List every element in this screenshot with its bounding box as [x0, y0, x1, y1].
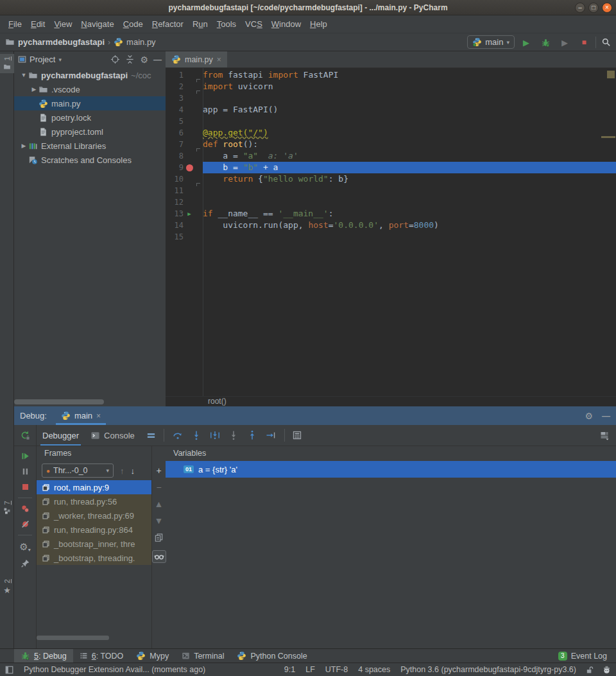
- menu-navigate[interactable]: Navigate: [76, 17, 118, 31]
- scrollbar-warning-mark[interactable]: [601, 136, 615, 138]
- tool-window-button-pythonconsole[interactable]: Python Console: [230, 649, 313, 663]
- tree-item-poetry-lock[interactable]: poetry.lock: [14, 110, 166, 125]
- gutter-line-5[interactable]: 5: [166, 116, 203, 127]
- event-log-button[interactable]: 3 Event Log: [558, 649, 616, 663]
- tool-window-button-terminal[interactable]: Terminal: [175, 649, 230, 663]
- locate-icon[interactable]: [110, 55, 120, 64]
- gutter-line-3[interactable]: 3: [166, 92, 203, 104]
- code-line-10[interactable]: 10 return {"hello world": b}: [166, 173, 616, 185]
- tree-item-pyproject-toml[interactable]: pyproject.toml: [14, 125, 166, 139]
- code-line-14[interactable]: 14 uvicorn.run(app, host='0.0.0.0', port…: [166, 220, 616, 231]
- tool-window-toggle-icon[interactable]: [5, 666, 13, 674]
- breadcrumb-item[interactable]: main.py: [126, 37, 156, 47]
- lock-icon[interactable]: [585, 666, 594, 674]
- tree-item-main-py[interactable]: main.py: [14, 96, 166, 110]
- frames-horizontal-scrollbar[interactable]: [37, 636, 109, 640]
- breakpoint-icon[interactable]: [186, 164, 193, 171]
- tree-expand-arrow[interactable]: ▶: [30, 86, 38, 92]
- gutter-line-7[interactable]: 7: [166, 139, 203, 150]
- status-message[interactable]: Python Debugger Extension Avail... (mome…: [24, 665, 205, 674]
- pin-icon[interactable]: [21, 559, 30, 568]
- gutter-line-2[interactable]: 2: [166, 81, 203, 92]
- settings-icon[interactable]: ⚙: [585, 411, 593, 421]
- layout-settings-icon[interactable]: [599, 430, 610, 440]
- collapse-all-icon[interactable]: [125, 55, 135, 64]
- frame-row[interactable]: _worker, thread.py:69: [37, 508, 151, 523]
- gutter-line-8[interactable]: 8: [166, 150, 203, 162]
- tree-expand-arrow[interactable]: ▶: [19, 143, 28, 149]
- next-frame-icon[interactable]: ↓: [131, 466, 135, 476]
- gutter-line-14[interactable]: 14: [166, 220, 203, 231]
- menu-vcs[interactable]: VCS: [241, 17, 267, 31]
- gutter-line-12[interactable]: 12: [166, 196, 203, 208]
- gutter-line-15[interactable]: 15: [166, 231, 203, 243]
- scroll-down-button[interactable]: ▼: [155, 516, 164, 525]
- gutter-line-13[interactable]: 13▶: [166, 208, 203, 220]
- view-breakpoints-icon[interactable]: [21, 504, 30, 514]
- code-line-7[interactable]: 7def root():: [166, 139, 616, 150]
- tool-window-button-debug[interactable]: 5: Debug: [14, 649, 73, 663]
- gutter-line-10[interactable]: 10: [166, 173, 203, 185]
- tree-item-pycharmdebugfastapi[interactable]: ▼pycharmdebugfastapi~/coc: [14, 68, 166, 82]
- thread-selector[interactable]: ● Thr...-0_0 ▾: [42, 464, 114, 478]
- breadcrumb-item[interactable]: pycharmdebugfastapi: [18, 37, 105, 47]
- editor-breadcrumb[interactable]: root(): [166, 396, 616, 406]
- code-line-1[interactable]: 1from fastapi import FastAPI: [166, 69, 616, 81]
- show-watches-icon[interactable]: [152, 550, 166, 563]
- close-icon[interactable]: ×: [217, 55, 221, 64]
- menu-help[interactable]: Help: [305, 17, 332, 31]
- run-to-cursor-icon[interactable]: [266, 430, 276, 440]
- tool-window-button-favorites[interactable]: 2★: [0, 579, 14, 595]
- frame-row[interactable]: run, threading.py:864: [37, 523, 151, 537]
- remove-watch-button[interactable]: −: [156, 483, 161, 492]
- tool-window-button-todo[interactable]: 6: TODO: [73, 649, 130, 663]
- frame-row[interactable]: _bootstrap_inner, thre: [37, 537, 151, 551]
- gutter-line-4[interactable]: 4: [166, 104, 203, 116]
- gutter-line-6[interactable]: 6: [166, 127, 203, 139]
- code-line-3[interactable]: 3: [166, 92, 616, 104]
- code-line-13[interactable]: 13▶if __name__ == '__main__':: [166, 208, 616, 220]
- code-line-11[interactable]: 11: [166, 185, 616, 196]
- code-area[interactable]: 1from fastapi import FastAPI2import uvic…: [166, 68, 616, 396]
- code-line-9[interactable]: 9 b = "b" + a: [166, 162, 616, 173]
- gutter-line-1[interactable]: 1: [166, 69, 203, 81]
- stop-red-icon[interactable]: [21, 482, 30, 492]
- hide-icon[interactable]: —: [602, 411, 610, 420]
- frame-row[interactable]: _bootstrap, threading.: [37, 551, 151, 565]
- tool-window-button-mypy[interactable]: Mypy: [130, 649, 175, 663]
- code-line-5[interactable]: 5: [166, 116, 616, 127]
- run-with-coverage-button[interactable]: ▶: [558, 37, 571, 47]
- debug-session-tab[interactable]: main ×: [56, 406, 106, 425]
- menu-view[interactable]: View: [49, 17, 76, 31]
- force-step-into-icon[interactable]: [228, 430, 239, 440]
- run-button[interactable]: ▶: [520, 37, 533, 47]
- add-watch-button[interactable]: +: [156, 466, 161, 475]
- tree-item--vscode[interactable]: ▶.vscode: [14, 82, 166, 96]
- project-horizontal-scrollbar[interactable]: [14, 399, 104, 404]
- code-line-4[interactable]: 4app = FastAPI(): [166, 104, 616, 116]
- project-view-selector[interactable]: Project ▾: [18, 55, 62, 64]
- gutter-line-9[interactable]: 9: [166, 162, 203, 173]
- gutter-line-11[interactable]: 11: [166, 185, 203, 196]
- menu-tools[interactable]: Tools: [212, 17, 241, 31]
- hide-icon[interactable]: —: [153, 55, 162, 64]
- status-item[interactable]: LF: [305, 665, 315, 674]
- menu-run[interactable]: Run: [188, 17, 212, 31]
- code-line-6[interactable]: 6@app.get("/"): [166, 127, 616, 139]
- tool-window-button-structure[interactable]: 7: [0, 501, 14, 515]
- rerun-icon[interactable]: [20, 430, 30, 440]
- evaluate-expression-icon[interactable]: [292, 425, 302, 446]
- debug-tab-console[interactable]: Console: [85, 425, 141, 446]
- step-out-icon[interactable]: [247, 430, 257, 440]
- code-line-12[interactable]: 12: [166, 196, 616, 208]
- variable-row[interactable]: 01a = {str} 'a': [166, 461, 616, 478]
- inspection-indicator[interactable]: [607, 71, 615, 78]
- code-line-15[interactable]: 15: [166, 231, 616, 243]
- stop-button[interactable]: ■: [578, 37, 590, 48]
- window-maximize-button[interactable]: □: [588, 3, 599, 13]
- step-into-icon[interactable]: [191, 430, 201, 440]
- menu-file[interactable]: File: [4, 17, 26, 31]
- code-line-2[interactable]: 2import uvicorn: [166, 81, 616, 92]
- resume-icon[interactable]: [21, 451, 30, 461]
- step-into-my-code-icon[interactable]: [210, 430, 220, 440]
